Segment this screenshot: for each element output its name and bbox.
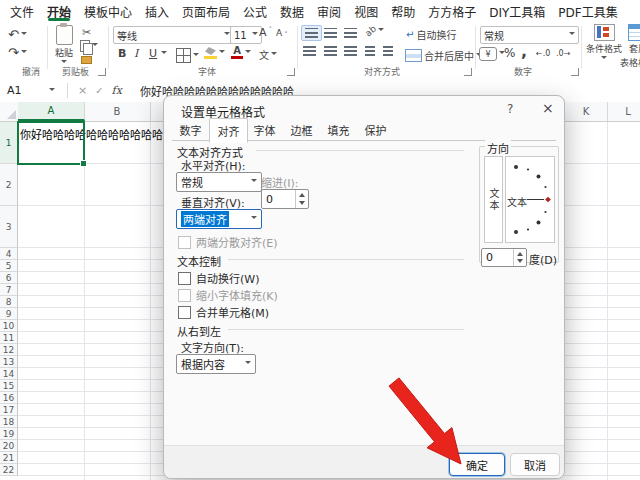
cell-a1-selection[interactable] [17,121,85,165]
row-header[interactable]: 10 [0,320,18,332]
row-header[interactable]: 11 [0,332,18,344]
degrees-spinner[interactable]: 0 [481,248,527,267]
font-size-combobox[interactable]: 11 [230,26,262,44]
spin-up-icon[interactable] [514,249,526,258]
row-header[interactable]: 5 [0,260,18,272]
increase-indent-button[interactable] [383,46,393,56]
wrap-text-button[interactable]: ↵ 自动换行 [406,27,456,42]
tab-border[interactable]: 边框 [283,120,320,140]
comma-style-button[interactable]: , [521,42,527,61]
align-top-button[interactable] [301,25,322,41]
menu-item-diy-toolbox[interactable]: DIY工具箱 [489,0,545,22]
horizontal-align-combobox[interactable]: 常规 [176,172,262,192]
rotation-dial-box[interactable]: 文本 [505,156,555,243]
vertical-align-combobox[interactable]: 两端对齐 [176,209,262,229]
row-header[interactable]: 3 [0,206,18,248]
row-header[interactable]: 16 [0,392,18,404]
menu-item-template-center[interactable]: 模板中心 [84,0,132,22]
orientation-button[interactable]: ab [365,26,384,36]
tab-number[interactable]: 数字 [172,120,209,140]
row-header[interactable]: 15 [0,380,18,392]
row-header[interactable]: 4 [0,248,18,260]
menu-item-data[interactable]: 数据 [280,0,304,22]
row-header[interactable]: 21 [0,452,18,464]
indent-spinner[interactable]: 0 [261,189,309,209]
redo-button[interactable]: ↷ [8,45,27,60]
copy-button[interactable] [80,40,98,52]
insert-function-icon[interactable]: fx [112,84,122,97]
menu-item-view[interactable]: 视图 [354,0,378,22]
format-painter-button[interactable] [81,56,92,64]
text-direction-combobox[interactable]: 根据内容 [176,354,256,374]
menu-item-formulas[interactable]: 公式 [243,0,267,22]
menu-item-page-layout[interactable]: 页面布局 [182,0,230,22]
menu-item-fangfanggezi[interactable]: 方方格子 [428,0,476,22]
menu-item-review[interactable]: 审阅 [317,0,341,22]
phonetic-guide-button[interactable]: 文 [259,47,277,62]
enter-entry-icon[interactable]: ✓ [95,85,103,96]
row-header[interactable]: 13 [0,356,18,368]
menu-item-file[interactable]: 文件 [10,0,34,22]
undo-button[interactable]: ↶ [8,27,27,42]
align-left-button[interactable] [303,46,316,56]
tab-protection[interactable]: 保护 [357,120,394,140]
borders-button[interactable] [176,48,199,63]
menu-item-home[interactable]: 开始 [47,0,71,22]
align-center-button[interactable] [324,46,337,56]
row-header[interactable]: 2 [0,164,18,206]
row-header[interactable]: 18 [0,416,18,428]
column-header-a[interactable]: A [18,102,85,121]
decrease-indent-button[interactable] [365,46,375,56]
tab-font[interactable]: 字体 [246,120,283,140]
number-dialog-launcher[interactable] [571,68,579,76]
name-box[interactable]: A1 [0,84,49,97]
row-header[interactable]: 19 [0,428,18,440]
italic-button[interactable]: I [134,47,138,60]
font-dialog-launcher[interactable] [287,68,295,76]
cancel-button[interactable]: 取消 [510,453,560,476]
font-color-button[interactable]: A [231,46,251,59]
clipboard-dialog-launcher[interactable] [98,68,106,76]
column-header-k[interactable]: K [565,102,608,121]
row-header[interactable]: 17 [0,404,18,416]
grow-font-button[interactable]: Aˆ [259,26,272,39]
align-middle-button[interactable] [324,28,337,38]
alignment-dialog-launcher[interactable] [464,68,472,76]
wrap-text-checkbox[interactable]: 自动换行(W) [178,270,259,286]
row-header[interactable]: 20 [0,440,18,452]
conditional-formatting-button[interactable]: 条件格式 [586,24,622,62]
merge-center-button[interactable]: 合并后居中 [405,48,482,63]
underline-button[interactable]: U [149,47,167,60]
shrink-to-fit-checkbox[interactable]: 缩小字体填充(K) [178,287,278,303]
column-header-l[interactable]: L [607,102,640,121]
tab-alignment[interactable]: 对齐 [209,118,248,143]
font-name-combobox[interactable]: 等线 [113,26,234,44]
column-header-b[interactable]: B [84,102,151,121]
cut-button[interactable]: ✂ [82,26,91,39]
paste-button[interactable]: 粘贴 [55,25,73,66]
row-header[interactable]: 8 [0,296,18,308]
bold-button[interactable]: B [118,47,126,60]
vertical-text-box[interactable]: 文本 [484,156,503,243]
dialog-help-icon[interactable]: ? [507,102,513,116]
increase-decimal-button[interactable]: ←.0 [536,49,550,58]
row-header[interactable]: 22 [0,464,18,476]
ok-button[interactable]: 确定 [449,453,505,476]
merge-cells-checkbox[interactable]: 合并单元格(M) [178,304,269,320]
menu-item-help[interactable]: 帮助 [391,0,415,22]
fill-color-button[interactable] [204,47,225,59]
dialog-close-icon[interactable]: × [542,100,554,116]
spin-up-icon[interactable] [296,190,308,199]
justify-distributed-checkbox[interactable]: 两端分散对齐(E) [178,234,278,250]
fill-handle[interactable] [80,160,87,167]
percent-style-button[interactable]: % [504,46,515,60]
row-header[interactable]: 6 [0,272,18,284]
menu-item-pdf-toolset[interactable]: PDF工具集 [558,0,617,22]
select-all-corner[interactable] [0,102,19,121]
row-header[interactable]: 9 [0,308,18,320]
row-header[interactable]: 12 [0,344,18,356]
format-as-table-button[interactable]: 套用 表格格式 [620,24,640,69]
row-header[interactable]: 7 [0,284,18,296]
menu-item-insert[interactable]: 插入 [145,0,169,22]
accounting-format-button[interactable]: ¥ [479,47,505,61]
